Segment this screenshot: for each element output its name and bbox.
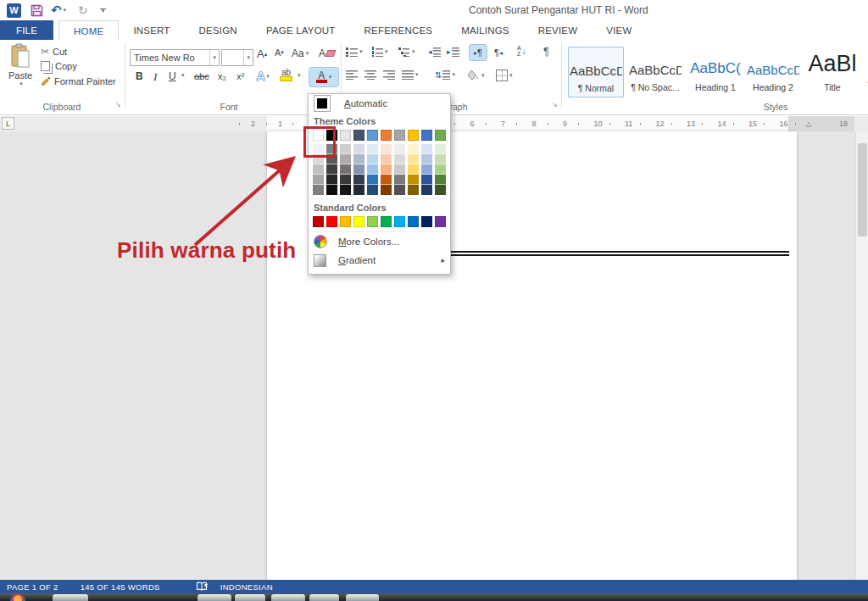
color-swatch[interactable] xyxy=(421,154,432,164)
vertical-scrollbar[interactable] xyxy=(855,131,868,580)
color-swatch[interactable] xyxy=(435,130,446,141)
paragraph-dialog-launcher[interactable]: ↘ xyxy=(552,101,558,109)
color-swatch[interactable] xyxy=(421,130,432,141)
taskbar-button[interactable] xyxy=(346,594,379,601)
numbering-button[interactable]: ▾ xyxy=(371,47,388,57)
show-formatting-marks-button[interactable]: ¶ xyxy=(543,45,549,58)
format-painter-button[interactable]: Format Painter xyxy=(41,76,116,86)
color-swatch[interactable] xyxy=(394,154,405,164)
color-swatch[interactable] xyxy=(435,175,446,185)
font-size-dropdown-arrow[interactable]: ▾ xyxy=(243,50,253,65)
color-swatch[interactable] xyxy=(408,175,419,185)
color-swatch[interactable] xyxy=(408,154,419,164)
cut-button[interactable]: ✂ Cut xyxy=(41,46,67,58)
tab-home[interactable]: HOME xyxy=(58,20,119,41)
shading-button[interactable]: ▾ xyxy=(468,70,485,81)
color-swatch[interactable] xyxy=(381,185,392,195)
start-orb[interactable] xyxy=(10,593,25,601)
bold-button[interactable]: B xyxy=(136,70,143,82)
color-swatch[interactable] xyxy=(353,144,364,154)
color-swatch[interactable] xyxy=(408,216,419,227)
save-button[interactable] xyxy=(31,3,43,18)
scrollbar-thumb[interactable] xyxy=(858,143,867,237)
color-swatch[interactable] xyxy=(394,185,405,195)
color-swatch[interactable] xyxy=(394,175,405,185)
tab-view[interactable]: VIEW xyxy=(592,20,646,40)
color-swatch[interactable] xyxy=(353,216,364,227)
redo-button[interactable]: ↻ xyxy=(78,3,88,18)
decrease-indent-button[interactable]: ◂ xyxy=(428,47,441,57)
bullets-button[interactable]: ▾ xyxy=(346,47,363,57)
change-case-button[interactable]: Aa▾ xyxy=(292,47,309,59)
clipboard-dialog-launcher[interactable]: ↘ xyxy=(115,101,121,109)
color-swatch[interactable] xyxy=(408,130,419,141)
style-heading-2[interactable]: AaBbCcD Heading 2 xyxy=(746,47,800,96)
color-swatch[interactable] xyxy=(367,216,378,227)
shrink-font-button[interactable]: A▾ xyxy=(275,47,284,58)
style-partial[interactable]: A xyxy=(865,47,868,96)
color-swatch[interactable] xyxy=(394,144,405,154)
color-swatch[interactable] xyxy=(421,216,432,227)
style-normal[interactable]: AaBbCcDc ¶ Normal xyxy=(568,47,624,97)
tab-review[interactable]: REVIEW xyxy=(524,20,593,40)
color-swatch[interactable] xyxy=(421,164,432,175)
grow-font-button[interactable]: A▴ xyxy=(257,47,267,60)
color-swatch[interactable] xyxy=(353,130,364,141)
color-swatch[interactable] xyxy=(421,144,432,154)
underline-button[interactable]: U xyxy=(169,70,176,82)
subscript-button[interactable]: x₂ xyxy=(218,71,226,81)
color-swatch[interactable] xyxy=(435,154,446,164)
color-swatch[interactable] xyxy=(394,164,405,175)
color-swatch[interactable] xyxy=(353,164,364,175)
color-swatch[interactable] xyxy=(381,144,392,154)
multilevel-list-button[interactable]: ▾ xyxy=(398,47,415,57)
text-highlight-dropdown-arrow[interactable]: ▾ xyxy=(296,72,301,79)
windows-taskbar[interactable] xyxy=(0,593,868,601)
taskbar-button[interactable] xyxy=(198,594,231,601)
color-swatch[interactable] xyxy=(381,216,392,227)
style-no-spacing[interactable]: AaBbCcDc ¶ No Spac... xyxy=(628,47,682,96)
tab-insert[interactable]: INSERT xyxy=(119,20,184,40)
tab-design[interactable]: DESIGN xyxy=(185,20,252,40)
paste-button[interactable]: Paste ▾ xyxy=(5,43,36,99)
text-highlight-button[interactable]: ab xyxy=(280,70,292,81)
color-swatch[interactable] xyxy=(435,144,446,154)
taskbar-button[interactable] xyxy=(235,594,265,601)
color-swatch[interactable] xyxy=(353,185,364,195)
color-swatch[interactable] xyxy=(367,185,378,195)
color-swatch[interactable] xyxy=(381,175,392,185)
taskbar-button[interactable] xyxy=(271,594,305,601)
superscript-button[interactable]: x² xyxy=(236,71,244,81)
color-swatch[interactable] xyxy=(353,175,364,185)
increase-indent-button[interactable]: ▸ xyxy=(447,47,459,57)
font-color-dropdown-arrow[interactable]: ▾ xyxy=(329,74,332,81)
undo-button[interactable]: ↶▾ xyxy=(51,3,66,18)
text-effects-button[interactable]: A▾ xyxy=(257,70,270,83)
taskbar-button[interactable] xyxy=(309,594,339,601)
style-title[interactable]: AaBl Title xyxy=(804,47,861,96)
font-color-button[interactable]: A ▾ xyxy=(309,68,338,86)
tab-page-layout[interactable]: PAGE LAYOUT xyxy=(252,20,350,40)
right-indent-marker[interactable]: △ xyxy=(806,120,811,128)
color-swatch[interactable] xyxy=(421,185,432,195)
copy-button[interactable]: Copy xyxy=(41,61,77,71)
color-swatch[interactable] xyxy=(394,216,405,227)
ltr-text-direction-button[interactable]: ▸¶ xyxy=(470,45,487,60)
color-swatch[interactable] xyxy=(381,164,392,175)
color-swatch[interactable] xyxy=(367,175,378,185)
strikethrough-button[interactable]: abc xyxy=(194,71,209,81)
color-swatch[interactable] xyxy=(408,144,419,154)
underline-dropdown-arrow[interactable]: ▾ xyxy=(180,72,185,79)
tab-references[interactable]: REFERENCES xyxy=(350,20,448,40)
justify-button[interactable]: ▾ xyxy=(402,70,419,80)
font-size-combo[interactable]: ▾ xyxy=(221,49,253,66)
color-swatch[interactable] xyxy=(408,164,419,175)
automatic-color-item[interactable]: Automatic xyxy=(309,94,450,113)
taskbar-button[interactable] xyxy=(53,594,88,601)
align-left-button[interactable] xyxy=(346,70,358,80)
line-spacing-button[interactable]: ⇅▾ xyxy=(435,70,455,80)
font-name-combo[interactable]: Times New Ro ▾ xyxy=(130,49,220,66)
color-swatch[interactable] xyxy=(367,164,378,175)
color-swatch[interactable] xyxy=(353,154,364,164)
color-swatch[interactable] xyxy=(367,144,378,154)
